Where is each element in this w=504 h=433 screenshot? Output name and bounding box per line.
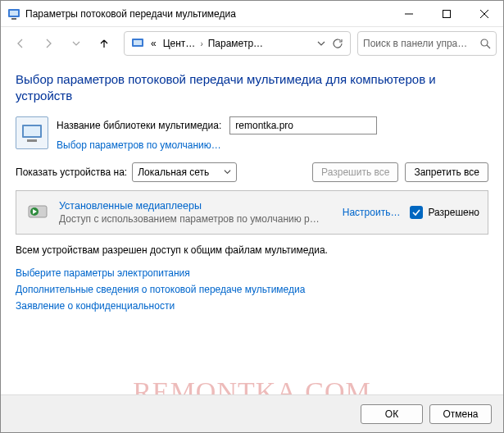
device-item[interactable]: Установленные медиаплееры Доступ с испол… xyxy=(16,190,488,235)
allowed-checkbox[interactable] xyxy=(410,206,423,219)
location-icon xyxy=(131,37,144,50)
window-title: Параметры потоковой передачи мультимедиа xyxy=(25,8,390,20)
show-devices-label: Показать устройства на: xyxy=(16,166,127,178)
show-devices-row: Показать устройства на: Локальная сеть Р… xyxy=(16,162,488,182)
allowed-label: Разрешено xyxy=(428,207,479,218)
svg-rect-2 xyxy=(11,18,16,20)
device-icon xyxy=(25,199,51,226)
configure-link[interactable]: Настроить… xyxy=(343,207,401,218)
breadcrumb-seg-2[interactable]: Параметр… xyxy=(205,38,266,49)
titlebar: Параметры потоковой передачи мультимедиа xyxy=(1,1,503,27)
library-name-label: Название библиотеки мультимедиа: xyxy=(57,120,221,131)
svg-rect-12 xyxy=(24,126,40,136)
content-area: Выбор параметров потоковой передачи муль… xyxy=(1,60,503,312)
bottom-bar: ОК Отмена xyxy=(1,394,503,432)
recent-dropdown[interactable] xyxy=(63,30,89,57)
refresh-icon[interactable] xyxy=(332,38,343,49)
close-button[interactable] xyxy=(465,1,503,26)
svg-rect-1 xyxy=(10,11,18,16)
address-controls xyxy=(317,38,347,49)
page-heading: Выбор параметров потоковой передачи муль… xyxy=(16,71,488,105)
allow-all-button[interactable]: Разрешить все xyxy=(312,162,398,182)
network-select[interactable]: Локальная сеть xyxy=(132,162,237,182)
ok-button[interactable]: ОК xyxy=(361,404,423,424)
library-icon xyxy=(16,116,48,149)
address-bar[interactable]: « Цент… › Параметр… xyxy=(124,31,351,56)
forward-button[interactable] xyxy=(35,30,61,57)
status-text: Всем устройствам разрешен доступ к общим… xyxy=(16,244,488,256)
chevron-down-icon[interactable] xyxy=(317,39,325,48)
search-placeholder: Поиск в панели упра… xyxy=(363,38,479,49)
up-button[interactable] xyxy=(91,30,117,57)
cancel-button[interactable]: Отмена xyxy=(429,404,492,424)
breadcrumb-prefix: « xyxy=(148,38,160,49)
allowed-checkbox-wrap[interactable]: Разрешено xyxy=(410,206,479,219)
library-name-input[interactable] xyxy=(229,116,377,134)
footer-links: Выберите параметры электропитания Дополн… xyxy=(16,267,488,312)
chevron-right-icon[interactable]: › xyxy=(198,39,204,48)
svg-rect-8 xyxy=(134,40,142,45)
device-subtitle: Доступ с использованием параметров по ум… xyxy=(59,213,320,225)
nav-toolbar: « Цент… › Параметр… Поиск в панели упра… xyxy=(1,27,503,60)
chevron-down-icon xyxy=(224,168,231,175)
network-select-value: Локальная сеть xyxy=(138,166,209,178)
privacy-link[interactable]: Заявление о конфиденциальности xyxy=(16,300,488,312)
library-row: Название библиотеки мультимедиа: Выбор п… xyxy=(16,116,488,151)
device-title: Установленные медиаплееры xyxy=(59,200,320,212)
more-info-link[interactable]: Дополнительные сведения о потоковой пере… xyxy=(16,284,488,295)
search-icon xyxy=(479,38,491,49)
media-options-icon xyxy=(7,7,20,21)
maximize-button[interactable] xyxy=(428,1,465,26)
block-all-button[interactable]: Запретить все xyxy=(405,162,488,182)
power-options-link[interactable]: Выберите параметры электропитания xyxy=(16,267,488,279)
minimize-button[interactable] xyxy=(390,1,428,26)
svg-point-9 xyxy=(481,39,488,46)
svg-rect-13 xyxy=(27,139,37,142)
defaults-link[interactable]: Выбор параметров по умолчанию… xyxy=(57,139,377,151)
back-button[interactable] xyxy=(7,30,34,57)
breadcrumb-seg-1[interactable]: Цент… xyxy=(160,38,199,49)
svg-rect-4 xyxy=(443,10,451,17)
window-controls xyxy=(390,1,503,26)
search-box[interactable]: Поиск в панели упра… xyxy=(357,31,497,56)
svg-line-10 xyxy=(487,45,490,48)
